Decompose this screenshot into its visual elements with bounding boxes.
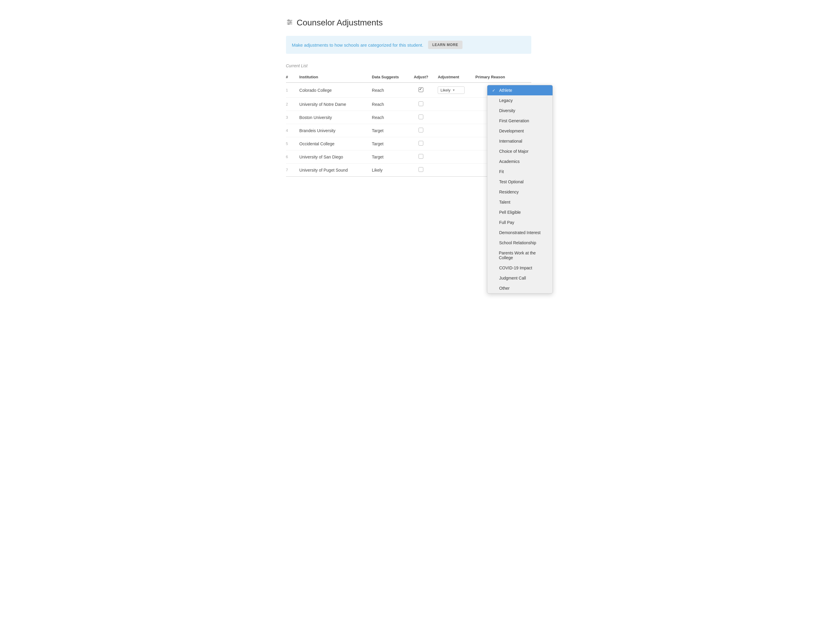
dropdown-item-label: Test Optional [499, 179, 524, 184]
cell-num: 3 [286, 111, 296, 124]
dropdown-item[interactable]: ✓Choice of Major [487, 146, 553, 156]
cell-adjust[interactable] [408, 124, 434, 137]
adjustment-value: Likely [440, 88, 450, 92]
cell-institution: University of Notre Dame [296, 98, 368, 111]
sliders-icon [286, 18, 293, 27]
learn-more-button[interactable]: LEARN MORE [428, 41, 462, 49]
cell-adjust[interactable] [408, 164, 434, 177]
info-banner: Make adjustments to how schools are cate… [286, 36, 531, 54]
dropdown-item-label: Talent [499, 200, 510, 204]
svg-point-4 [290, 21, 291, 23]
chevron-down-icon: ▼ [452, 89, 455, 92]
dropdown-item[interactable]: ✓Development [487, 126, 553, 136]
dropdown-item-label: Judgment Call [499, 276, 526, 281]
dropdown-item[interactable]: ✓Academics [487, 156, 553, 167]
dropdown-item-label: Fit [499, 169, 504, 174]
page-header: Counselor Adjustments [286, 18, 531, 28]
cell-institution: Boston University [296, 111, 368, 124]
cell-institution: University of San Diego [296, 150, 368, 164]
dropdown-item-label: School Relationship [499, 241, 536, 245]
cell-institution: Colorado College [296, 83, 368, 98]
cell-data-suggests: Reach [368, 98, 408, 111]
dropdown-item[interactable]: ✓COVID-19 Impact [487, 263, 553, 273]
dropdown-item[interactable]: ✓Parents Work at the College [487, 248, 553, 263]
dropdown-item[interactable]: ✓First Generation [487, 116, 553, 126]
dropdown-item-label: Parents Work at the College [499, 250, 547, 260]
cell-num: 2 [286, 98, 296, 111]
cell-data-suggests: Likely [368, 164, 408, 177]
checkmark-icon: ✓ [492, 88, 497, 93]
cell-adjust[interactable] [408, 150, 434, 164]
dropdown-item-label: Diversity [499, 108, 516, 113]
dropdown-item[interactable]: ✓Full Pay [487, 217, 553, 227]
cell-adjustment [434, 111, 472, 124]
dropdown-item-label: Legacy [499, 98, 513, 103]
primary-reason-dropdown[interactable]: ✓Athlete✓Legacy✓Diversity✓First Generati… [487, 85, 553, 294]
dropdown-item[interactable]: ✓Residency [487, 187, 553, 197]
dropdown-item[interactable]: ✓Demonstrated Interest [487, 227, 553, 238]
dropdown-item[interactable]: ✓Talent [487, 197, 553, 207]
dropdown-item-label: Development [499, 129, 524, 133]
cell-data-suggests: Reach [368, 111, 408, 124]
cell-data-suggests: Target [368, 124, 408, 137]
svg-point-5 [288, 23, 289, 25]
dropdown-item[interactable]: ✓Fit [487, 167, 553, 177]
dropdown-item[interactable]: ✓Athlete [487, 85, 553, 95]
col-header-adjust: Adjust? [408, 72, 434, 83]
page-title: Counselor Adjustments [297, 18, 383, 28]
page-wrapper: Counselor Adjustments Make adjustments t… [274, 0, 543, 195]
checkbox-unchecked[interactable] [419, 128, 423, 132]
col-header-institution: Institution [296, 72, 368, 83]
dropdown-item[interactable]: ✓Pell Eligible [487, 207, 553, 217]
dropdown-item[interactable]: ✓International [487, 136, 553, 146]
svg-point-3 [288, 20, 289, 21]
dropdown-item[interactable]: ✓Judgment Call [487, 273, 553, 283]
checkbox-unchecked[interactable] [419, 154, 423, 159]
cell-data-suggests: Target [368, 150, 408, 164]
cell-adjustment [434, 124, 472, 137]
dropdown-item-label: Choice of Major [499, 149, 528, 154]
checkbox-unchecked[interactable] [419, 115, 423, 119]
cell-adjust[interactable] [408, 98, 434, 111]
current-list-label: Current List [286, 63, 531, 68]
cell-adjust[interactable] [408, 83, 434, 98]
cell-adjustment[interactable]: Likely▼ [434, 83, 472, 98]
cell-adjustment [434, 98, 472, 111]
cell-institution: Brandeis University [296, 124, 368, 137]
checkbox-unchecked[interactable] [419, 141, 423, 146]
dropdown-item-label: Demonstrated Interest [499, 230, 541, 235]
cell-adjustment [434, 150, 472, 164]
cell-num: 7 [286, 164, 296, 177]
dropdown-item-label: First Generation [499, 118, 529, 123]
checkbox-checked[interactable] [419, 87, 423, 92]
info-banner-text: Make adjustments to how schools are cate… [292, 43, 423, 48]
cell-num: 5 [286, 137, 296, 150]
cell-data-suggests: Target [368, 137, 408, 150]
col-header-primary-reason: Primary Reason [472, 72, 531, 83]
dropdown-item[interactable]: ✓School Relationship [487, 238, 553, 248]
col-header-adjustment: Adjustment [434, 72, 472, 83]
dropdown-item[interactable]: ✓Legacy [487, 95, 553, 106]
dropdown-item-label: International [499, 139, 522, 144]
dropdown-item[interactable]: ✓Test Optional [487, 177, 553, 187]
cell-adjust[interactable] [408, 111, 434, 124]
dropdown-item-label: Full Pay [499, 220, 514, 225]
checkbox-unchecked[interactable] [419, 167, 423, 172]
cell-adjust[interactable] [408, 137, 434, 150]
cell-data-suggests: Reach [368, 83, 408, 98]
dropdown-item[interactable]: ✓Other [487, 283, 553, 293]
dropdown-item-label: Other [499, 286, 510, 291]
cell-adjustment [434, 164, 472, 177]
checkbox-unchecked[interactable] [419, 101, 423, 106]
col-header-data-suggests: Data Suggests [368, 72, 408, 83]
dropdown-item[interactable]: ✓Diversity [487, 106, 553, 116]
cell-num: 6 [286, 150, 296, 164]
cell-num: 4 [286, 124, 296, 137]
dropdown-item-label: Academics [499, 159, 520, 164]
cell-adjustment [434, 137, 472, 150]
adjustment-dropdown-trigger[interactable]: Likely▼ [438, 86, 465, 94]
col-header-num: # [286, 72, 296, 83]
dropdown-item-label: Pell Eligible [499, 210, 521, 215]
cell-institution: Occidental College [296, 137, 368, 150]
table-header-row: # Institution Data Suggests Adjust? Adju… [286, 72, 531, 83]
